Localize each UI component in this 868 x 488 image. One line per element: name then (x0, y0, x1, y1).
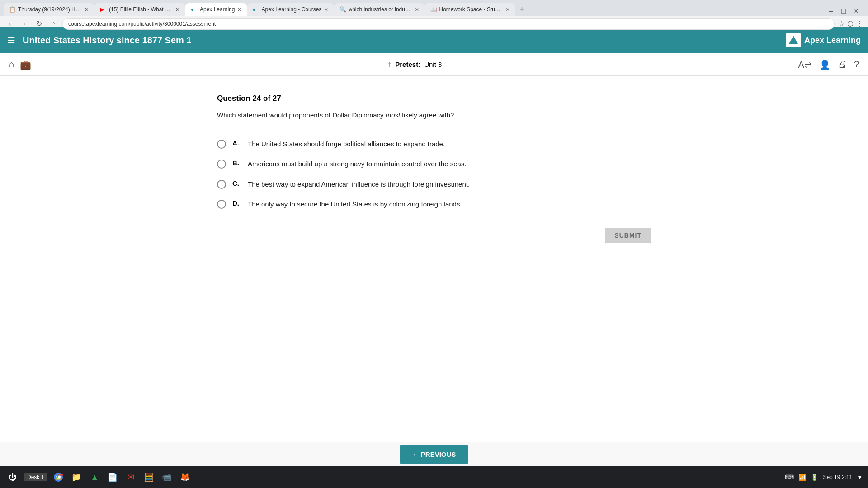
taskbar-network-icon[interactable]: 📶 (798, 474, 806, 481)
tab-5-favicon: 🔍 (340, 6, 346, 13)
upload-icon: ↑ (387, 60, 392, 69)
menu-icon[interactable]: ⋮ (856, 19, 863, 28)
browser-chrome: 📋 Thursday (9/19/2024) How to... × ▶ (15… (0, 0, 868, 27)
option-b-row: B. Americans must build up a strong navy… (217, 159, 651, 169)
option-a-text: The United States should forge political… (248, 139, 445, 150)
reload-button[interactable]: ↻ (33, 19, 44, 29)
minimize-button[interactable]: – (826, 7, 835, 16)
option-d-row: D. The only way to secure the United Sta… (217, 199, 651, 210)
tab-4-favicon: ● (253, 6, 259, 13)
options-list: A. The United States should forge politi… (217, 139, 651, 210)
taskbar-docs-icon[interactable]: 📄 (105, 470, 120, 484)
taskbar-keyboard-icon[interactable]: ⌨ (785, 474, 794, 481)
browser-controls: – □ × (823, 7, 864, 16)
tab-3[interactable]: ● Apex Learning × (185, 3, 247, 16)
tab-4-close[interactable]: × (324, 6, 328, 13)
option-a-radio[interactable] (217, 140, 226, 149)
question-header: Question 24 of 27 (217, 94, 651, 103)
apex-icon-svg (788, 35, 799, 46)
question-text-before: Which statement would proponents of Doll… (217, 111, 386, 119)
hamburger-icon[interactable]: ☰ (7, 35, 15, 46)
option-b-radio[interactable] (217, 160, 226, 169)
tab-6-favicon: 📖 (430, 6, 437, 13)
tab-3-title: Apex Learning (200, 6, 235, 13)
new-tab-button[interactable]: + (516, 3, 528, 16)
question-text-italic: most (386, 111, 401, 119)
question-text-after: likely agree with? (400, 111, 454, 119)
tab-2-close[interactable]: × (176, 6, 179, 13)
user-icon[interactable]: 👤 (819, 59, 830, 70)
page-footer: ← PREVIOUS (0, 442, 868, 466)
taskbar: ⏻ Desk 1 📁 ▲ 📄 ✉ 🧮 📹 🦊 ⌨ 📶 🔋 Sep 19 2:11… (0, 466, 868, 488)
question-text: Which statement would proponents of Doll… (217, 110, 651, 121)
tab-5-title: which industries or industry d... (349, 6, 413, 13)
option-b-text: Americans must build up a strong navy to… (248, 159, 467, 169)
tab-1[interactable]: 📋 Thursday (9/19/2024) How to... × (4, 3, 94, 16)
sub-header: ⌂ 💼 ↑ Pretest: Unit 3 A⇌ 👤 🖨 ? (0, 53, 868, 76)
option-c-letter: C. (232, 179, 241, 187)
taskbar-dropdown-icon[interactable]: ▼ (857, 474, 863, 481)
option-b-letter: B. (232, 159, 241, 167)
option-a-row: A. The United States should forge politi… (217, 139, 651, 150)
home-nav-button[interactable]: ⌂ (48, 19, 59, 29)
svg-marker-0 (789, 36, 798, 44)
pretest-label: Pretest: (395, 61, 420, 68)
tab-5-close[interactable]: × (415, 6, 419, 13)
taskbar-desk-label[interactable]: Desk 1 (24, 473, 47, 481)
option-c-row: C. The best way to expand American influ… (217, 179, 651, 190)
bookmark-icon[interactable]: ☆ (838, 19, 844, 28)
option-c-text: The best way to expand American influenc… (248, 179, 470, 190)
tab-6-close[interactable]: × (506, 6, 509, 13)
tab-3-favicon: ● (191, 6, 197, 13)
tab-5[interactable]: 🔍 which industries or industry d... × (334, 3, 425, 16)
submit-button[interactable]: SUBMIT (605, 228, 651, 243)
tab-3-close[interactable]: × (237, 6, 241, 13)
address-right-icons: ☆ ⬡ ⋮ (838, 19, 863, 28)
home-icon[interactable]: ⌂ (9, 59, 14, 70)
option-d-text: The only way to secure the United States… (248, 199, 462, 210)
tab-4[interactable]: ● Apex Learning - Courses × (247, 3, 334, 16)
translate-icon[interactable]: A⇌ (798, 59, 812, 70)
chrome-icon-svg (53, 472, 64, 483)
forward-button[interactable]: › (19, 19, 30, 29)
taskbar-time: Sep 19 2:11 (823, 474, 852, 480)
app-header: ☰ United States History since 1877 Sem 1… (0, 27, 868, 53)
divider (217, 130, 651, 130)
taskbar-power-icon[interactable]: ⏻ (5, 470, 20, 484)
sub-header-center: ↑ Pretest: Unit 3 (40, 60, 789, 69)
tab-bar: 📋 Thursday (9/19/2024) How to... × ▶ (15… (0, 0, 868, 16)
taskbar-right-icons: ⌨ 📶 🔋 Sep 19 2:11 ▼ (785, 474, 863, 481)
tab-4-title: Apex Learning - Courses (262, 6, 322, 13)
taskbar-calc-icon[interactable]: 🧮 (142, 470, 156, 484)
tab-1-close[interactable]: × (85, 6, 89, 13)
briefcase-icon[interactable]: 💼 (20, 59, 31, 70)
taskbar-files-icon[interactable]: 📁 (69, 470, 84, 484)
taskbar-meet-icon[interactable]: 📹 (160, 470, 174, 484)
tab-6[interactable]: 📖 Homework Space - StudyX × (425, 3, 515, 16)
previous-button[interactable]: ← PREVIOUS (400, 445, 469, 464)
taskbar-chrome-icon[interactable] (51, 470, 66, 484)
apex-logo-icon (786, 33, 801, 47)
option-d-radio[interactable] (217, 200, 226, 209)
option-a-letter: A. (232, 139, 241, 147)
close-button[interactable]: × (852, 7, 861, 16)
maximize-button[interactable]: □ (839, 7, 848, 16)
main-content: Question 24 of 27 Which statement would … (0, 76, 868, 261)
tab-1-title: Thursday (9/19/2024) How to... (18, 6, 82, 13)
apex-logo-area: Apex Learning (786, 33, 861, 47)
app-title: United States History since 1877 Sem 1 (23, 35, 786, 46)
print-icon[interactable]: 🖨 (838, 59, 847, 70)
apex-logo-text: Apex Learning (804, 36, 861, 45)
extension-icon[interactable]: ⬡ (847, 19, 854, 28)
address-input[interactable] (62, 18, 835, 30)
tab-2-title: (15) Billie Eilish - What Wa... (109, 6, 173, 13)
taskbar-mail-icon[interactable]: ✉ (123, 470, 138, 484)
help-icon[interactable]: ? (854, 59, 859, 70)
sub-header-left: ⌂ 💼 (9, 59, 31, 70)
taskbar-battery-icon[interactable]: 🔋 (811, 474, 818, 481)
taskbar-gdrive-icon[interactable]: ▲ (87, 470, 102, 484)
back-button[interactable]: ‹ (5, 19, 15, 29)
taskbar-firefox-icon[interactable]: 🦊 (178, 470, 192, 484)
tab-2[interactable]: ▶ (15) Billie Eilish - What Wa... × (94, 3, 185, 16)
option-c-radio[interactable] (217, 180, 226, 189)
